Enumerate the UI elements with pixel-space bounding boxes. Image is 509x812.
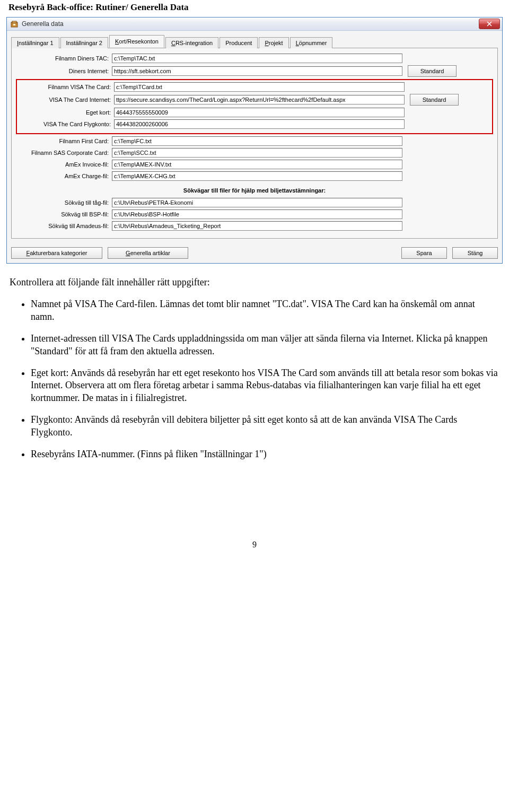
standard-button-diners[interactable]: Standard [408,65,457,77]
label-sas-corporate: Filnamn SAS Corporate Card: [16,150,112,156]
stang-button[interactable]: Stäng [452,247,498,259]
label-first-card: Filnamn First Card: [16,138,112,144]
input-visa-filnamn[interactable]: c:\Temp\TCard.txt [114,82,405,92]
close-button[interactable] [479,19,500,29]
label-visa-filnamn: Filnamn VISA The Card: [18,84,114,90]
panel-body: Filnamn Diners TAC: c:\Temp\TAC.txt Dine… [11,48,498,239]
label-amadeus-fil: Sökväg till Amadeus-fil: [16,223,112,229]
label-visa-internet: VISA The Card Internet: [18,97,114,103]
bullet-3: Eget kort: Används då resebyrån har ett … [31,367,499,404]
tab-lopnummer[interactable]: Löpnummer [290,37,333,48]
label-tag-fil: Sökväg till tåg-fil: [16,199,112,206]
tab-installningar-1[interactable]: Inställningar 1 [11,37,59,48]
page-header: Resebyrå Back-office: Rutiner/ Generella… [0,0,509,17]
dialog-window: Generella data Inställningar 1 Inställni… [6,17,503,264]
input-visa-flygkonto[interactable]: 4644382000260006 [114,119,405,129]
input-first-card[interactable]: c:\Temp\FC.txt [112,136,402,146]
label-eget-kort: Eget kort: [18,109,114,116]
label-amex-invoice: AmEx Invoice-fil: [16,161,112,168]
input-amex-invoice[interactable]: c:\Temp\AMEX-INV.txt [112,160,402,169]
window-title: Generella data [22,20,479,28]
tab-row: Inställningar 1 Inställningar 2 Kort/Res… [7,31,502,48]
label-amex-charge: AmEx Charge-fil: [16,173,112,179]
intro-paragraph: Kontrollera att följande fält innehåller… [10,276,499,289]
svg-rect-1 [12,21,16,23]
label-visa-flygkonto: VISA The Card Flygkonto: [18,121,114,127]
input-diners-tac[interactable]: c:\Temp\TAC.txt [112,54,402,63]
tab-crs-integration[interactable]: CRS-integration [165,37,218,48]
fakturerbara-button[interactable]: Fakturerbara kategorier [11,247,102,259]
footer-bar: Fakturerbara kategorier Generella artikl… [7,243,502,263]
highlight-box: Filnamn VISA The Card: c:\Temp\TCard.txt… [16,79,493,134]
input-visa-internet[interactable]: ttps://secure.scandisys.com/TheCard/Logi… [114,95,405,104]
label-bsp-fil: Sökväg till BSP-fil: [16,211,112,217]
bullet-5: Resebyråns IATA-nummer. (Finns på fliken… [31,448,499,460]
spara-button[interactable]: Spara [401,247,447,259]
input-tag-fil[interactable]: c:\Utv\Rebus\PETRA-Ekonomi [112,198,402,207]
bullet-1: Namnet på VISA The Card-filen. Lämnas de… [31,298,499,323]
svg-rect-2 [13,24,15,25]
tab-producent[interactable]: Producent [220,37,258,48]
bullet-2: Internet-adressen till VISA The Cards up… [31,333,499,357]
input-amadeus-fil[interactable]: c:\Utv\Rebus\Amadeus_Ticketing_Report [112,221,402,231]
generella-artiklar-button[interactable]: Generella artiklar [108,247,188,259]
title-bar: Generella data [7,18,502,31]
input-sas-corporate[interactable]: c:\Temp\SCC.txt [112,148,402,158]
section-heading: Sökvägar till filer för hjälp med biljet… [16,187,493,194]
label-diners-tac: Filnamn Diners TAC: [16,55,112,62]
app-icon [10,20,19,28]
input-eget-kort[interactable]: 4644375555550009 [114,108,405,117]
page-number: 9 [0,540,509,560]
input-diners-internet[interactable]: https://sft.sebkort.com [112,66,402,76]
standard-button-visa[interactable]: Standard [410,94,459,106]
input-amex-charge[interactable]: c:\Temp\AMEX-CHG.txt [112,171,402,181]
bullet-4: Flygkonto: Används då resebyrån vill deb… [31,414,499,439]
body-text: Kontrollera att följande fält innehåller… [0,276,509,460]
tab-installningar-2[interactable]: Inställningar 2 [60,37,109,48]
tab-kort-resekonton[interactable]: Kort/Resekonton [109,35,164,48]
label-diners-internet: Diners Internet: [16,68,112,74]
tab-projekt[interactable]: Projekt [259,37,288,48]
input-bsp-fil[interactable]: c:\Utv\Rebus\BSP-Hotfile [112,209,402,219]
